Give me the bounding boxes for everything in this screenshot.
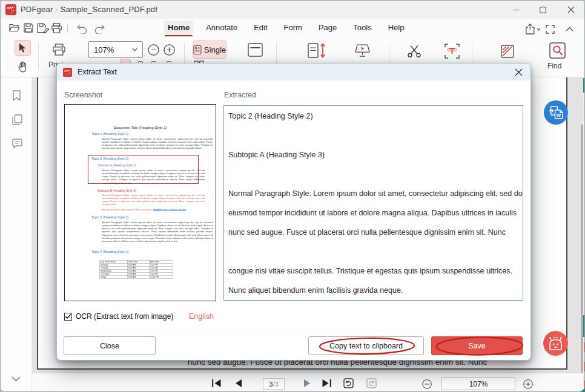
print-tool-button[interactable] [53,44,65,56]
thumb-contrast-line: How do we check color contrast? We can u… [102,208,186,211]
zoom-out-button[interactable] [148,44,159,56]
fullscreen-button[interactable] [546,25,555,34]
share-button[interactable] [525,24,541,34]
close-button[interactable] [558,1,584,19]
maximize-button[interactable] [529,1,556,19]
extracted-text-line [228,242,518,261]
ocr-checkbox[interactable] [64,313,72,321]
menu-tab[interactable]: Annotate [202,21,241,34]
single-page-view-button[interactable]: Single [193,41,226,59]
find-button[interactable] [549,42,566,59]
single-page-label: Single [204,45,226,54]
extracted-text-line [228,165,518,184]
toolbar-divider [38,43,39,70]
scroll-mode-button[interactable] [308,43,326,58]
copy-to-clipboard-button[interactable]: Copy text to clipboard [308,336,424,355]
pdfgear-logo-icon [63,68,72,77]
checkmark-icon [65,313,71,319]
next-page-button[interactable] [303,379,311,388]
ocr-language-link[interactable]: English [189,312,214,321]
fullscreen-icon [546,25,555,34]
hand-tool-button[interactable] [18,61,28,73]
save-as-icon [37,23,49,33]
zoom-in-bottom-button[interactable] [523,379,533,389]
menu-tab[interactable]: Form [280,21,306,34]
save-button[interactable] [24,23,33,33]
extracted-text-line: Subtopic A (Heading Style 3) [228,145,518,165]
close-icon [567,6,575,13]
signature-icon [501,45,514,58]
rotate-right-button[interactable] [366,378,377,388]
pdf-to-word-icon: W [549,106,563,119]
extract-text-tool-button[interactable] [445,44,460,59]
undo-button[interactable] [76,24,88,34]
presentation-icon [355,44,370,57]
chevron-up-icon [566,27,573,31]
thumb-paragraph2: Normal Paragraph Style: Lorem ipsum dolo… [102,169,205,185]
bookmark-icon [12,90,21,101]
dialog-header[interactable]: Extract Text [57,64,530,80]
pdf-to-word-fab[interactable]: W [544,100,568,125]
dialog-close-action-button[interactable]: Close [64,336,156,355]
save-button-dialog[interactable]: Save [431,336,523,355]
page-number-input[interactable]: 3/3 [263,378,285,390]
menu-tab[interactable]: Page [315,21,340,34]
page-total: /3 [273,381,279,388]
continuous-scroll-icon [308,43,326,58]
minimize-icon [513,7,520,13]
chevron-down-icon [12,376,21,382]
menu-bar: HomeAnnotateEditFormPageToolsHelp [1,19,584,38]
thumb-contrast-link: WebAIM Color Contrast Checker [153,208,186,211]
sign-button[interactable] [501,45,514,58]
zoom-out-bottom-button[interactable] [422,379,432,389]
save-as-button[interactable] [37,23,49,33]
document-thumbnail: Document Title (Heading Style 1) Topic 1… [65,105,216,301]
menu-tab[interactable]: Edit [250,21,271,34]
zoom-level-select[interactable]: 107% [88,41,143,58]
sidebar-collapse-button[interactable] [12,376,21,382]
thumb-paragraph3: Normal Paragraph Style: Lorem ipsum dolo… [102,194,205,206]
extracted-label: Extracted [224,91,256,99]
minus-circle-icon [148,44,159,56]
menu-tab[interactable]: Tools [349,21,375,34]
menu-tab[interactable]: Help [385,21,408,34]
thumb-paragraph4: Normal Paragraph Style: Lorem ipsum dolo… [102,221,213,243]
minus-circle-icon [422,379,432,389]
rotate-left-button[interactable] [343,378,354,388]
undo-icon [76,24,88,34]
minimize-button[interactable] [503,1,529,19]
pages-icon [12,114,22,125]
window-title: PDFgear - Sample_Scanned_PDF.pdf [21,5,157,14]
open-folder-icon [9,23,20,33]
first-page-button[interactable] [211,379,222,388]
ai-assistant-fab[interactable] [543,331,568,356]
zoom-level-bottom[interactable]: 107% [441,377,515,390]
document-scrollbar[interactable] [581,125,583,373]
last-page-button[interactable] [322,379,332,388]
thumbnails-panel-button[interactable] [12,114,22,125]
extract-text-dialog: Extract Text Screenshot Extracted Docume… [56,63,531,361]
extracted-text-area[interactable]: Topic 2 (Heading Style 2)Subtopic A (Hea… [223,105,523,301]
presentation-button[interactable] [355,44,370,57]
thumb-doc-title: Document Title (Heading Style 1) [65,125,216,129]
dialog-title: Extract Text [78,68,117,76]
extracted-text-line: congue nisi vitae suscipit tellus. Trist… [228,261,518,281]
cut-pages-button[interactable] [408,45,421,58]
printer-icon [53,44,65,56]
open-file-button[interactable] [9,23,20,33]
menu-tab[interactable]: Home [164,21,193,34]
fit-width-button[interactable] [248,43,263,57]
select-tool-button[interactable] [15,40,31,56]
printer-icon [51,23,62,33]
zoom-in-button[interactable] [164,44,175,56]
comments-panel-button[interactable] [12,139,22,149]
collapse-toolbar-button[interactable] [566,27,573,31]
thumb-topic2: Topic 2 (Heading Style 2) [91,157,128,160]
extracted-text-line: Topic 2 (Heading Style 2) [228,106,518,126]
print-quick-button[interactable] [51,23,62,33]
previous-page-button[interactable] [235,379,242,388]
redo-button[interactable] [94,24,105,34]
bookmarks-panel-button[interactable] [12,90,21,101]
last-page-icon [322,379,332,388]
dialog-close-button[interactable] [512,66,524,78]
